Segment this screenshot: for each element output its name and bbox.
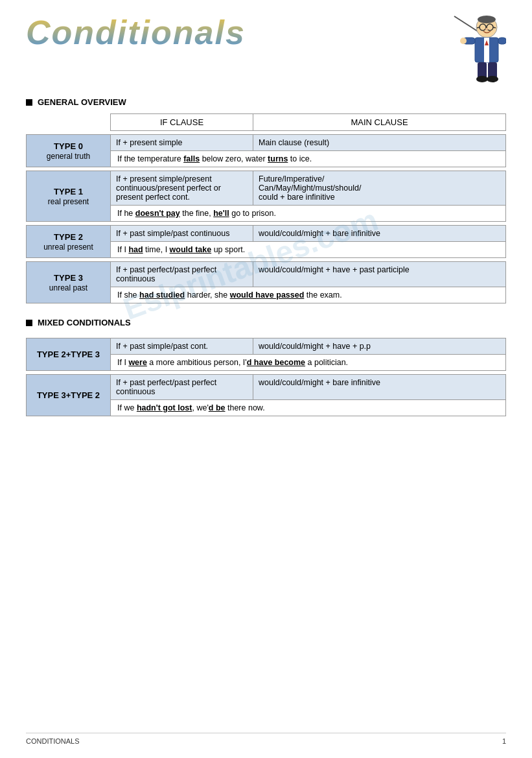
- svg-point-17: [476, 76, 488, 82]
- page-title: Conditionals: [26, 13, 246, 52]
- footer-left: CONDITIONALS: [26, 737, 80, 745]
- type0-label: TYPE 0 general truth: [27, 135, 111, 167]
- mixed-conditionals-table: TYPE 2+TYPE 3 If + past simple/past cont…: [26, 334, 506, 416]
- mix32-name: TYPE 3+TYPE 2: [37, 390, 100, 400]
- type3-main-formula: would/could/might + have + past particip…: [253, 262, 506, 287]
- section1-label: GENERAL OVERVIEW: [38, 97, 126, 107]
- type3-label: TYPE 3 unreal past: [27, 262, 111, 303]
- svg-point-14: [460, 38, 467, 44]
- type2-sublabel: unreal present: [43, 243, 93, 252]
- svg-point-8: [485, 28, 488, 30]
- type0-name: TYPE 0: [54, 141, 83, 151]
- type3-name: TYPE 3: [54, 273, 83, 283]
- type1-example: If he doesn't pay the fine, he'll go to …: [111, 206, 506, 222]
- type2-main-formula: would/could/might + bare infinitive: [253, 226, 506, 242]
- type2-label: TYPE 2 unreal present: [27, 226, 111, 258]
- section2-label: MIXED CONDITIONALS: [38, 318, 131, 327]
- page-footer: CONDITIONALS 1: [26, 733, 506, 745]
- teacher-illustration: [448, 13, 506, 84]
- mix23-formula-row: TYPE 2+TYPE 3 If + past simple/past cont…: [27, 338, 506, 354]
- type3-formula-row: TYPE 3 unreal past If + past perfect/pas…: [27, 262, 506, 287]
- section2-header: MIXED CONDITIONALS: [26, 318, 506, 327]
- type0-if-formula: If + present simple: [111, 135, 253, 151]
- svg-rect-13: [498, 38, 506, 44]
- type3-example: If she had studied harder, she would hav…: [111, 287, 506, 303]
- mix23-name: TYPE 2+TYPE 3: [37, 349, 100, 359]
- mix23-label: TYPE 2+TYPE 3: [27, 338, 111, 370]
- svg-line-5: [493, 27, 496, 28]
- type1-formula-row: TYPE 1 real present If + present simple/…: [27, 171, 506, 206]
- type1-if-formula: If + present simple/present continuous/p…: [111, 171, 253, 206]
- type0-main-formula: Main clause (result): [253, 135, 506, 151]
- bullet-icon-2: [26, 320, 32, 326]
- section1-header: GENERAL OVERVIEW: [26, 97, 506, 107]
- type2-if-formula: If + past simple/past continuous: [111, 226, 253, 242]
- bullet-icon: [26, 99, 32, 106]
- mix23-if-formula: If + past simple/past cont.: [111, 338, 253, 354]
- general-overview-table: IF CLAUSE MAIN CLAUSE TYPE 0 general tru…: [26, 113, 506, 303]
- header-empty: [27, 114, 111, 131]
- table-header-row: IF CLAUSE MAIN CLAUSE: [27, 114, 506, 131]
- svg-line-6: [477, 27, 480, 28]
- if-clause-header: IF CLAUSE: [111, 114, 253, 131]
- mix23-main-formula: would/could/might + have + p.p: [253, 338, 506, 354]
- footer-right: 1: [502, 737, 506, 745]
- type1-main-formula: Future/Imperative/Can/May/Might/must/sho…: [253, 171, 506, 206]
- type0-sublabel: general truth: [47, 152, 90, 161]
- mix32-example: If we hadn't got lost, we'd be there now…: [111, 399, 506, 416]
- main-clause-header: MAIN CLAUSE: [253, 114, 506, 131]
- svg-point-18: [487, 76, 498, 82]
- mix32-if-formula: If + past perfect/past perfect continuou…: [111, 374, 253, 399]
- mix32-main-formula: would/could/might + bare infinitive: [253, 374, 506, 399]
- type2-example: If I had time, I would take up sport.: [111, 242, 506, 258]
- mix32-formula-row: TYPE 3+TYPE 2 If + past perfect/past per…: [27, 374, 506, 399]
- type2-name: TYPE 2: [54, 232, 83, 242]
- type3-sublabel: unreal past: [49, 283, 87, 292]
- mix32-label: TYPE 3+TYPE 2: [27, 374, 111, 416]
- type2-formula-row: TYPE 2 unreal present If + past simple/p…: [27, 226, 506, 242]
- title-area: Conditionals: [26, 13, 506, 84]
- type1-label: TYPE 1 real present: [27, 171, 111, 222]
- svg-point-7: [478, 16, 496, 23]
- type1-sublabel: real present: [48, 197, 89, 206]
- type1-name: TYPE 1: [54, 187, 83, 196]
- type0-example: If the temperature falls below zero, wat…: [111, 151, 506, 167]
- mix23-example: If I were a more ambitious person, I'd h…: [111, 354, 506, 370]
- type0-formula-row: TYPE 0 general truth If + present simple…: [27, 135, 506, 151]
- type3-if-formula: If + past perfect/past perfect continuou…: [111, 262, 253, 287]
